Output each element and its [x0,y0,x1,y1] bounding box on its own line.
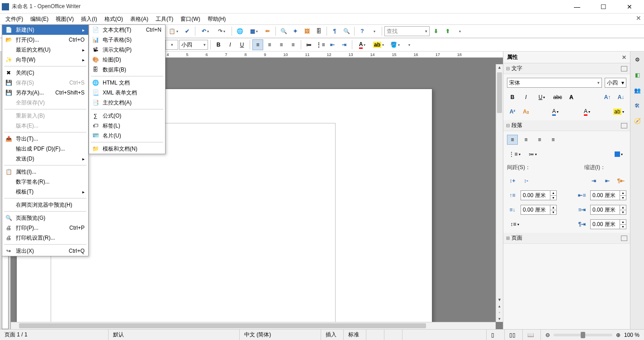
underline-button[interactable]: U [237,39,247,50]
para-numbering-drop[interactable]: ≔▾ [525,149,540,159]
sidebar-close-icon[interactable]: ✕ [622,54,626,61]
format-paintbrush-button[interactable]: ✔ [182,26,193,37]
zoom-control[interactable]: ⊖ ⊕ 100 % [541,330,644,340]
file-menu-item[interactable]: 📄新建(N)▸ [2,25,88,35]
find-combo[interactable]: 查找 ▾ [384,26,430,36]
menu-help[interactable]: 帮助(H) [204,14,230,24]
file-menu-item[interactable]: 📤导出(T)... [2,134,88,144]
section-options-icon[interactable] [621,123,627,128]
file-menu-item[interactable]: 💾另存为(A)...Ctrl+Shift+S [2,88,88,98]
new-submenu-item[interactable]: ∑公式(O) [89,111,165,121]
increase-spacing-button[interactable]: ↕+ [507,176,518,186]
section-page-header[interactable]: ⊞ 页面 [503,233,630,244]
file-menu-item[interactable]: 🖨打印(P)...Ctrl+P [2,223,88,233]
section-paragraph-header[interactable]: ⊟ 段落 [503,120,630,131]
space-below-input[interactable]: 0.00 厘米▲▼ [521,205,557,215]
sidebar-fontcolor-drop[interactable]: A▾ [548,107,563,117]
menu-file[interactable]: 文件(F) [2,14,27,24]
status-signature[interactable] [384,330,402,340]
status-page[interactable]: 页面 1 / 1 [0,330,109,340]
section-text-header[interactable]: ⊟ 文字 [503,63,630,74]
indent-left-input[interactable]: 0.00 厘米▲▼ [590,190,626,200]
file-menu-item[interactable]: 模板(T)▸ [2,187,88,197]
file-menu-item[interactable]: ✨向导(W)▸ [2,55,88,65]
background-color-button[interactable]: 🪣▾ [387,39,402,50]
space-above-input[interactable]: 0.00 厘米▲▼ [521,190,557,200]
navigator-button[interactable]: ✦ [290,26,301,37]
tab-styles-icon[interactable]: ◧ [632,70,643,80]
bold-button[interactable]: B [213,39,224,50]
numbering-button[interactable]: ≔ [303,39,314,50]
tab-properties-icon[interactable]: ⚙ [632,54,643,65]
sidebar-highlight-drop[interactable]: ab▾ [611,107,626,117]
zoom-value[interactable]: 100 % [624,332,639,338]
tab-gallery-icon[interactable]: 👥 [632,85,643,96]
next-page-icon[interactable]: ▾ [496,316,503,322]
status-viewlayout3[interactable]: 📖 [523,330,541,340]
close-document-icon[interactable]: ✕ [636,14,641,22]
status-viewlayout[interactable]: ▯ [487,330,505,340]
status-style[interactable]: 默认 [109,330,240,340]
horizontal-scrollbar[interactable] [11,322,496,329]
status-language[interactable]: 中文 (简体) [240,330,321,340]
sidebar-strike-button[interactable]: abc [552,92,563,102]
toolbar2-options[interactable]: ▾ [403,39,414,50]
find-prev-button[interactable]: ⬆ [442,26,453,37]
file-menu-item[interactable]: ✖关闭(C) [2,68,88,78]
sidebar-shadow-button[interactable]: A [566,92,577,102]
increase-indent-button[interactable]: ⇥ [339,39,350,50]
align-center-button[interactable]: ≡ [264,39,275,50]
align-left-button[interactable]: ≡ [252,39,263,50]
scroll-down-icon[interactable]: ▼ [496,297,503,303]
sidebar-bold-button[interactable]: B [507,92,518,102]
increase-indent-btn[interactable]: ⇥ [588,176,599,186]
expand-icon[interactable]: ⊞ [506,236,511,241]
sidebar-superscript-button[interactable]: A² [507,107,518,117]
file-menu-item[interactable]: 发送(D)▸ [2,154,88,164]
para-bgcolor-drop[interactable]: ▾ [611,149,626,159]
menu-view[interactable]: 视图(V) [52,14,77,24]
file-menu-item[interactable]: ↪退出(X)Ctrl+Q [2,246,88,256]
new-submenu-item[interactable]: 📽演示文稿(P) [89,45,165,55]
font-size-select[interactable]: 小四 ▾ [179,40,208,50]
table-button[interactable]: ▦▾ [246,26,261,37]
italic-button[interactable]: I [225,39,236,50]
prev-page-icon[interactable]: ▴ [496,303,503,309]
file-menu-item[interactable]: 在网页浏览器中预览(H) [2,200,88,210]
decrease-spacing-button[interactable]: ↕- [521,176,531,186]
file-menu-item[interactable]: 输出成 PDF (D)(F)... [2,144,88,154]
indent-right-input[interactable]: 0.00 厘米▲▼ [590,205,626,215]
file-menu-item[interactable]: 最近的文档(U)▸ [2,45,88,55]
font-color-button[interactable]: A▾ [355,39,370,50]
close-button[interactable]: ✕ [620,0,639,13]
para-align-right[interactable]: ≡ [534,135,545,145]
align-justify-button[interactable]: ≡ [288,39,298,50]
find-replace-button[interactable]: 🔍 [278,26,289,37]
toolbar-options[interactable]: ▾ [369,26,379,37]
firstline-indent-input[interactable]: 0.00 厘米▲▼ [590,219,626,229]
sidebar-italic-button[interactable]: I [521,92,531,102]
undo-button[interactable]: ↶▾ [198,26,213,37]
zoom-out-icon[interactable]: ⊖ [545,332,550,338]
sidebar-fontsize-select[interactable]: 小四▾ [605,78,626,88]
collapse-icon[interactable]: ⊟ [506,123,511,128]
new-submenu-item[interactable]: 🪪名片(U) [89,131,165,141]
new-submenu-item[interactable]: 📄文本文档(T)Ctrl+N [89,25,165,35]
new-submenu-item[interactable]: 🏷标签(L) [89,121,165,131]
file-menu-item[interactable]: 🔍页面预览(G) [2,213,88,223]
para-align-left[interactable]: ≡ [507,135,518,145]
menu-tools[interactable]: 工具(T) [152,14,177,24]
para-align-center[interactable]: ≡ [521,135,531,145]
style-dropdown-arrow[interactable]: ▾ [166,40,178,50]
menu-window[interactable]: 窗口(W) [177,14,204,24]
scroll-thumb[interactable] [497,72,502,113]
status-insert[interactable]: 插入 [321,330,344,340]
section-options-icon[interactable] [621,236,627,241]
hyperlink-button[interactable]: 🌐 [234,26,245,37]
sidebar-grow-font-button[interactable]: A↑ [602,92,613,102]
zoom-in-icon[interactable]: ⊕ [616,332,620,338]
file-menu-item[interactable]: 🖨打印机设置(R)... [2,233,88,243]
sidebar-shrink-font-button[interactable]: A↓ [616,92,626,102]
align-right-button[interactable]: ≡ [276,39,287,50]
file-menu-item[interactable]: 📋属性(I)... [2,167,88,177]
